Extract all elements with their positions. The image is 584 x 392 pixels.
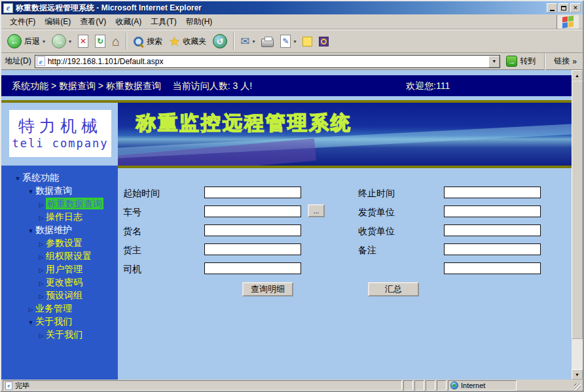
favorites-button[interactable]: ★ 收藏夹 — [166, 31, 210, 52]
tree-expanded-icon[interactable]: ▼ — [26, 224, 35, 238]
banner-title: 称重监控远程管理系统 — [136, 110, 352, 137]
toolbar-separator — [233, 33, 234, 50]
search-button[interactable]: 搜索 — [130, 31, 166, 52]
tree-leaf-icon: ▷ — [37, 290, 46, 303]
window-title: 称重数据远程管理系统 - Microsoft Internet Explorer — [16, 3, 547, 14]
sidebar-item-operation-log[interactable]: ▷操作日志 — [1, 210, 118, 223]
back-label: 后退 — [24, 36, 40, 47]
driver-label: 司机 — [123, 262, 141, 276]
sidebar-item-about-us[interactable]: ▼关于我们 — [1, 315, 118, 328]
maximize-icon — [561, 6, 566, 10]
extra-input[interactable] — [444, 262, 541, 274]
search-icon — [133, 36, 144, 47]
end-time-input[interactable] — [444, 187, 541, 198]
logo-cell: 特力机械 teli company — [1, 103, 118, 166]
sidebar-item-label: 更改密码 — [46, 277, 82, 287]
driver-input[interactable] — [204, 262, 301, 274]
scroll-down-icon: ▼ — [575, 372, 579, 377]
status-text: 完毕 — [15, 381, 29, 391]
vehicle-number-input[interactable] — [204, 205, 301, 217]
history-button[interactable]: ↺ — [210, 31, 230, 52]
query-details-button[interactable]: 查询明细 — [242, 282, 293, 296]
mail-dropdown-icon[interactable]: ▾ — [252, 39, 255, 45]
summary-button[interactable]: 汇总 — [368, 282, 419, 296]
receiver-input[interactable] — [444, 224, 541, 236]
minimize-icon — [550, 10, 555, 11]
scroll-up-button[interactable]: ▲ — [572, 70, 583, 80]
maximize-button[interactable] — [558, 3, 569, 12]
vehicle-browse-button[interactable]: ... — [308, 204, 325, 217]
menu-file[interactable]: 文件(F) — [5, 14, 40, 29]
stop-icon: ✕ — [78, 35, 88, 48]
goods-owner-input[interactable] — [204, 243, 301, 255]
tree-leaf-icon: ▷ — [37, 264, 46, 277]
edit-dropdown-icon[interactable]: ▾ — [293, 39, 296, 45]
stop-button[interactable]: ✕ — [75, 31, 92, 52]
start-time-input[interactable] — [204, 187, 301, 198]
go-button[interactable]: → 转到 — [503, 56, 538, 67]
sidebar-item-business-management[interactable]: ▷业务管理 — [1, 302, 118, 315]
sidebar-item-label: 系统功能 — [22, 172, 59, 183]
home-button[interactable]: ⌂ — [109, 31, 123, 52]
sidebar-item-user-management[interactable]: ▷用户管理 — [1, 262, 118, 276]
forward-dropdown-icon[interactable]: ▾ — [69, 39, 71, 45]
sidebar-item-change-password[interactable]: ▷更改密码 — [1, 276, 118, 289]
sidebar-item-parameter-settings[interactable]: ▷参数设置 — [1, 236, 118, 249]
sidebar-item-weighing-data-query[interactable]: ▷称重数据查询 — [1, 197, 118, 210]
sidebar-item-about-us-page[interactable]: ▷关于我们 — [1, 328, 118, 341]
close-button[interactable]: ✕ — [570, 3, 581, 12]
forward-button[interactable]: → ▾ — [48, 31, 75, 52]
menu-tools[interactable]: 工具(T) — [146, 14, 181, 29]
print-button[interactable] — [258, 31, 277, 52]
back-button[interactable]: ← 后退 ▾ — [4, 31, 48, 52]
shipper-label: 发货单位 — [358, 205, 395, 219]
sidebar-item-system-functions[interactable]: ▼系统功能 — [1, 171, 118, 184]
scroll-down-button[interactable]: ▼ — [572, 369, 583, 380]
menu-favorites[interactable]: 收藏(A) — [111, 14, 146, 29]
sidebar-item-data-query[interactable]: ▼数据查询 — [1, 184, 118, 197]
sidebar-item-group-permission-settings[interactable]: ▷组权限设置 — [1, 249, 118, 262]
vehicle-number-label: 车号 — [123, 205, 141, 219]
address-input[interactable] — [48, 56, 489, 67]
vertical-scrollbar[interactable]: ▲ ▼ — [572, 70, 583, 380]
research-button[interactable] — [316, 31, 332, 52]
search-label: 搜索 — [147, 36, 162, 47]
remarks-input[interactable] — [444, 243, 541, 255]
sidebar-item-data-maintenance[interactable]: ▼数据维护 — [1, 223, 118, 236]
forward-icon: → — [52, 34, 66, 48]
mail-button[interactable]: ✉ ▾ — [237, 31, 258, 52]
minimize-button[interactable] — [547, 3, 557, 12]
refresh-button[interactable]: ↻ — [92, 31, 109, 52]
query-form: 起始时间 终止时间 车号 ... 发货单位 货名 收货单位 货主 备注 司机 — [118, 166, 572, 380]
browser-window: e 称重数据远程管理系统 - Microsoft Internet Explor… — [0, 0, 584, 392]
welcome-user: 欢迎您:111 — [406, 75, 450, 96]
tree-expanded-icon[interactable]: ▼ — [13, 172, 22, 185]
goods-name-input[interactable] — [204, 224, 301, 236]
address-dropdown-button[interactable]: ▾ — [488, 56, 500, 67]
messenger-button[interactable] — [299, 31, 316, 52]
end-time-label: 终止时间 — [358, 187, 395, 200]
edit-button[interactable]: ✎ ▾ — [277, 31, 299, 52]
sidebar-item-preset-phrases[interactable]: ▷预设词组 — [1, 289, 118, 302]
tree-collapsed-icon[interactable]: ▷ — [26, 303, 35, 316]
menu-view[interactable]: 查看(V) — [75, 14, 111, 29]
breadcrumb: 系统功能 > 数据查询 > 称重数据查询 — [12, 80, 161, 91]
company-logo: 特力机械 teli company — [9, 110, 111, 157]
menu-edit[interactable]: 编辑(E) — [40, 14, 75, 29]
scrollbar-thumb[interactable] — [572, 80, 583, 339]
toolbar-separator — [544, 53, 545, 70]
sidebar-item-label: 参数设置 — [46, 238, 82, 248]
mail-icon: ✉ — [240, 36, 249, 47]
resize-grip[interactable] — [572, 380, 581, 391]
address-label: 地址(D) — [5, 56, 31, 67]
tree-expanded-icon[interactable]: ▼ — [26, 316, 35, 329]
shipper-input[interactable] — [444, 205, 541, 217]
tree-expanded-icon[interactable]: ▼ — [26, 185, 35, 198]
menu-help[interactable]: 帮助(H) — [181, 14, 217, 29]
links-button[interactable]: 链接 » — [551, 56, 579, 67]
scroll-up-icon: ▲ — [575, 73, 579, 78]
status-pane — [414, 380, 424, 391]
back-dropdown-icon[interactable]: ▾ — [43, 39, 45, 45]
document-icon: e — [5, 382, 12, 390]
sidebar-item-label: 关于我们 — [35, 316, 72, 327]
